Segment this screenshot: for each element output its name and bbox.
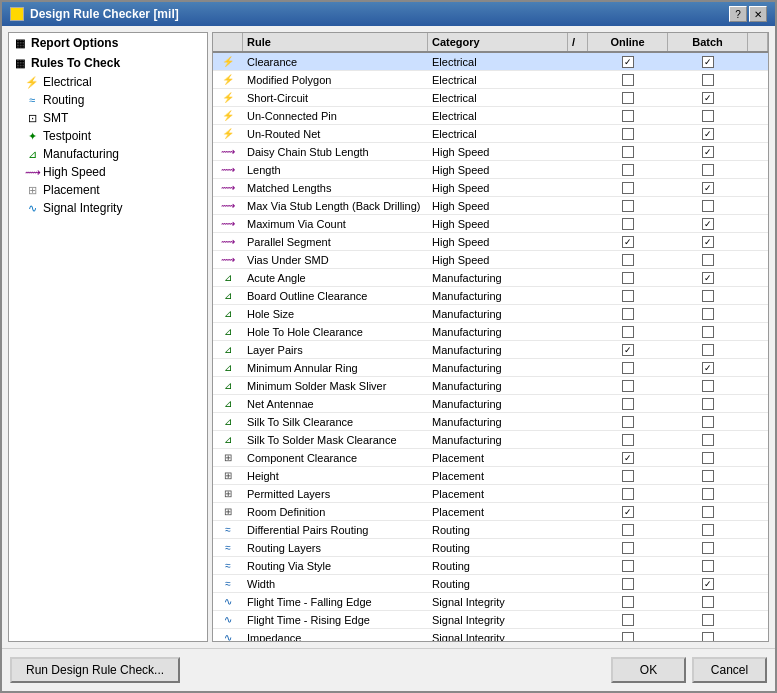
table-row[interactable]: ≈ Routing Via Style Routing xyxy=(213,557,768,575)
batch-checkbox[interactable] xyxy=(702,632,714,642)
online-cell[interactable] xyxy=(588,325,668,339)
table-row[interactable]: ⊿ Minimum Annular Ring Manufacturing xyxy=(213,359,768,377)
online-cell[interactable] xyxy=(588,433,668,447)
online-cell[interactable] xyxy=(588,397,668,411)
online-cell[interactable] xyxy=(588,631,668,642)
table-row[interactable]: ≈ Differential Pairs Routing Routing xyxy=(213,521,768,539)
online-checkbox[interactable] xyxy=(622,344,634,356)
table-row[interactable]: ⊿ Silk To Solder Mask Clearance Manufact… xyxy=(213,431,768,449)
sidebar-item-placement[interactable]: ⊞ Placement xyxy=(9,181,207,199)
batch-cell[interactable] xyxy=(668,235,748,249)
batch-checkbox[interactable] xyxy=(702,308,714,320)
online-checkbox[interactable] xyxy=(622,506,634,518)
online-cell[interactable] xyxy=(588,73,668,87)
table-row[interactable]: ⊿ Board Outline Clearance Manufacturing xyxy=(213,287,768,305)
online-checkbox[interactable] xyxy=(622,362,634,374)
batch-cell[interactable] xyxy=(668,469,748,483)
online-checkbox[interactable] xyxy=(622,272,634,284)
online-cell[interactable] xyxy=(588,613,668,627)
online-checkbox[interactable] xyxy=(622,56,634,68)
online-checkbox[interactable] xyxy=(622,146,634,158)
sidebar-item-smt[interactable]: ⊡ SMT xyxy=(9,109,207,127)
online-cell[interactable] xyxy=(588,235,668,249)
ok-button[interactable]: OK xyxy=(611,657,686,683)
online-cell[interactable] xyxy=(588,289,668,303)
online-cell[interactable] xyxy=(588,55,668,69)
sidebar-item-signal-integrity[interactable]: ∿ Signal Integrity xyxy=(9,199,207,217)
table-row[interactable]: ⚡ Short-Circuit Electrical xyxy=(213,89,768,107)
batch-cell[interactable] xyxy=(668,307,748,321)
batch-checkbox[interactable] xyxy=(702,164,714,176)
table-row[interactable]: ⟿ Matched Lengths High Speed xyxy=(213,179,768,197)
online-cell[interactable] xyxy=(588,505,668,519)
online-cell[interactable] xyxy=(588,523,668,537)
batch-cell[interactable] xyxy=(668,73,748,87)
online-cell[interactable] xyxy=(588,217,668,231)
table-row[interactable]: ⟿ Daisy Chain Stub Length High Speed xyxy=(213,143,768,161)
table-row[interactable]: ∿ Impedance Signal Integrity xyxy=(213,629,768,641)
online-checkbox[interactable] xyxy=(622,578,634,590)
batch-cell[interactable] xyxy=(668,253,748,267)
batch-cell[interactable] xyxy=(668,325,748,339)
batch-cell[interactable] xyxy=(668,163,748,177)
batch-checkbox[interactable] xyxy=(702,200,714,212)
online-checkbox[interactable] xyxy=(622,110,634,122)
sidebar-item-manufacturing[interactable]: ⊿ Manufacturing xyxy=(9,145,207,163)
batch-checkbox[interactable] xyxy=(702,146,714,158)
online-checkbox[interactable] xyxy=(622,164,634,176)
online-checkbox[interactable] xyxy=(622,614,634,626)
sidebar-item-report-options[interactable]: ▦ Report Options xyxy=(9,33,207,53)
batch-checkbox[interactable] xyxy=(702,326,714,338)
batch-checkbox[interactable] xyxy=(702,488,714,500)
batch-cell[interactable] xyxy=(668,343,748,357)
batch-checkbox[interactable] xyxy=(702,596,714,608)
batch-cell[interactable] xyxy=(668,109,748,123)
table-row[interactable]: ∿ Flight Time - Rising Edge Signal Integ… xyxy=(213,611,768,629)
batch-cell[interactable] xyxy=(668,397,748,411)
batch-checkbox[interactable] xyxy=(702,110,714,122)
table-row[interactable]: ⟿ Max Via Stub Length (Back Drilling) Hi… xyxy=(213,197,768,215)
batch-cell[interactable] xyxy=(668,415,748,429)
batch-cell[interactable] xyxy=(668,127,748,141)
table-row[interactable]: ⚡ Modified Polygon Electrical xyxy=(213,71,768,89)
online-checkbox[interactable] xyxy=(622,326,634,338)
batch-cell[interactable] xyxy=(668,577,748,591)
close-button[interactable]: ✕ xyxy=(749,6,767,22)
online-cell[interactable] xyxy=(588,595,668,609)
sidebar-item-electrical[interactable]: ⚡ Electrical xyxy=(9,73,207,91)
batch-checkbox[interactable] xyxy=(702,542,714,554)
online-checkbox[interactable] xyxy=(622,632,634,642)
batch-cell[interactable] xyxy=(668,199,748,213)
online-cell[interactable] xyxy=(588,361,668,375)
online-cell[interactable] xyxy=(588,271,668,285)
batch-checkbox[interactable] xyxy=(702,290,714,302)
table-row[interactable]: ⊿ Hole Size Manufacturing xyxy=(213,305,768,323)
table-row[interactable]: ⊿ Minimum Solder Mask Sliver Manufacturi… xyxy=(213,377,768,395)
table-row[interactable]: ≈ Routing Layers Routing xyxy=(213,539,768,557)
batch-cell[interactable] xyxy=(668,487,748,501)
online-checkbox[interactable] xyxy=(622,308,634,320)
table-row[interactable]: ⊞ Height Placement xyxy=(213,467,768,485)
batch-cell[interactable] xyxy=(668,91,748,105)
table-row[interactable]: ⊞ Room Definition Placement xyxy=(213,503,768,521)
table-row[interactable]: ⚡ Clearance Electrical xyxy=(213,53,768,71)
table-row[interactable]: ⊿ Net Antennae Manufacturing xyxy=(213,395,768,413)
online-cell[interactable] xyxy=(588,181,668,195)
online-checkbox[interactable] xyxy=(622,92,634,104)
batch-checkbox[interactable] xyxy=(702,236,714,248)
batch-cell[interactable] xyxy=(668,379,748,393)
online-checkbox[interactable] xyxy=(622,236,634,248)
table-row[interactable]: ⚡ Un-Routed Net Electrical xyxy=(213,125,768,143)
batch-cell[interactable] xyxy=(668,55,748,69)
online-cell[interactable] xyxy=(588,109,668,123)
batch-checkbox[interactable] xyxy=(702,272,714,284)
batch-checkbox[interactable] xyxy=(702,416,714,428)
table-row[interactable]: ⊿ Silk To Silk Clearance Manufacturing xyxy=(213,413,768,431)
sidebar-item-testpoint[interactable]: ✦ Testpoint xyxy=(9,127,207,145)
online-cell[interactable] xyxy=(588,145,668,159)
batch-cell[interactable] xyxy=(668,541,748,555)
sidebar-item-routing[interactable]: ≈ Routing xyxy=(9,91,207,109)
batch-checkbox[interactable] xyxy=(702,614,714,626)
batch-cell[interactable] xyxy=(668,361,748,375)
table-row[interactable]: ⟿ Length High Speed xyxy=(213,161,768,179)
